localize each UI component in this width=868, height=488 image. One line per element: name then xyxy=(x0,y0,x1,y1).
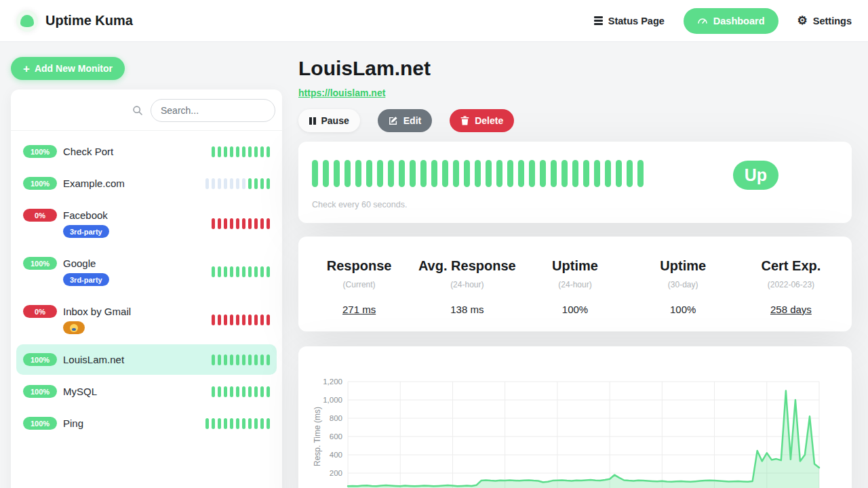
monitor-url-link[interactable]: https://louislam.net xyxy=(298,87,385,98)
beat-up[interactable] xyxy=(594,160,600,187)
beat-up[interactable] xyxy=(442,160,448,187)
stat-value-text[interactable]: 258 days xyxy=(770,304,812,315)
beat-up xyxy=(218,354,221,365)
beat-up xyxy=(248,418,252,429)
beat-up[interactable] xyxy=(377,160,383,187)
beat-up[interactable] xyxy=(334,160,340,187)
beat-up xyxy=(236,266,239,277)
check-interval-text: Check every 60 seconds. xyxy=(312,200,838,209)
beat-up xyxy=(242,266,245,277)
chart-ytick-label: 1,200 xyxy=(323,378,342,386)
beat-up[interactable] xyxy=(312,160,318,187)
beat-up[interactable] xyxy=(420,160,427,187)
beat-up xyxy=(224,386,227,397)
beat-up[interactable] xyxy=(529,160,535,187)
beat-up xyxy=(242,386,245,397)
beat-down xyxy=(224,218,227,229)
heartbeat-card: Up Check every 60 seconds. xyxy=(298,142,852,223)
beat-up[interactable] xyxy=(496,160,502,187)
beat-up xyxy=(236,418,239,429)
beat-up[interactable] xyxy=(323,160,329,187)
monitor-row[interactable]: 100%Example.com xyxy=(16,168,277,199)
beat-up xyxy=(267,418,270,429)
stat-value: 100% xyxy=(521,304,629,315)
heartbeat-bar[interactable] xyxy=(312,160,644,187)
delete-button[interactable]: Delete xyxy=(450,109,514,132)
beat-up xyxy=(224,354,227,365)
beat-up[interactable] xyxy=(475,160,481,187)
pause-button[interactable]: Pause xyxy=(298,109,360,132)
brand[interactable]: Uptime Kuma xyxy=(16,10,133,32)
stat-title: Cert Exp. xyxy=(737,258,845,274)
beat-up[interactable] xyxy=(583,160,589,187)
beat-down xyxy=(218,314,221,325)
beat-up[interactable] xyxy=(507,160,513,187)
beat-up[interactable] xyxy=(464,160,470,187)
beat-up xyxy=(254,266,258,277)
beat-up[interactable] xyxy=(344,160,351,187)
beat-up[interactable] xyxy=(410,160,416,187)
beat-down xyxy=(230,218,233,229)
monitor-row[interactable]: 0%Facebook3rd-party xyxy=(16,200,277,247)
stat-value-text[interactable]: 271 ms xyxy=(342,304,376,315)
add-new-monitor-button[interactable]: + Add New Monitor xyxy=(11,57,125,80)
beat-up xyxy=(236,386,239,397)
uptime-badge: 100% xyxy=(23,353,57,366)
beat-up[interactable] xyxy=(453,160,459,187)
monitor-row[interactable]: 100%Google3rd-party xyxy=(16,248,277,295)
beat-up xyxy=(260,146,264,157)
beat-up[interactable] xyxy=(486,160,492,187)
monitor-name: MySQL xyxy=(63,386,97,397)
heartbeat-mini xyxy=(205,178,270,189)
beat-up[interactable] xyxy=(616,160,622,187)
dashboard-link[interactable]: Dashboard xyxy=(684,8,778,34)
stat-value-text: 100% xyxy=(562,304,588,315)
monitor-tags: 3rd-party xyxy=(63,225,109,238)
beat-up xyxy=(224,146,227,157)
chart-ytick-label: 600 xyxy=(330,432,342,441)
monitor-row[interactable]: 100%Ping xyxy=(16,408,277,439)
monitor-row[interactable]: 100%Check Port xyxy=(16,136,277,167)
beat-up xyxy=(254,146,258,157)
response-time-chart[interactable]: 1,2001,0008006004002000Resp. Time (ms) xyxy=(311,354,840,488)
status-page-link[interactable]: Status Page xyxy=(594,15,665,27)
beat-up xyxy=(267,354,270,365)
monitor-row[interactable]: 100%MySQL xyxy=(16,376,277,407)
beat-up[interactable] xyxy=(366,160,372,187)
stat-title: Response xyxy=(305,258,413,274)
beat-up[interactable] xyxy=(431,160,437,187)
beat-up xyxy=(212,266,215,277)
settings-label: Settings xyxy=(813,16,852,26)
monitor-name-line: 100%Example.com xyxy=(23,177,125,190)
beat-up[interactable] xyxy=(572,160,578,187)
beat-up[interactable] xyxy=(540,160,546,187)
monitor-name: Facebook xyxy=(63,209,108,221)
beat-up xyxy=(236,146,239,157)
stat-value-text: 138 ms xyxy=(450,304,484,315)
beat-up[interactable] xyxy=(637,160,644,187)
beat-up[interactable] xyxy=(627,160,633,187)
beat-down xyxy=(212,218,215,229)
beat-up xyxy=(248,386,252,397)
monitor-row[interactable]: 0%Inbox by Gmail xyxy=(16,296,277,343)
beat-up[interactable] xyxy=(399,160,405,187)
search-input[interactable] xyxy=(151,99,275,122)
status-page-label: Status Page xyxy=(608,16,665,26)
beat-up[interactable] xyxy=(518,160,524,187)
monitor-tag: 3rd-party xyxy=(63,225,109,238)
stat-subtitle: (Current) xyxy=(305,280,413,289)
beat-up xyxy=(260,386,264,397)
beat-up[interactable] xyxy=(355,160,361,187)
monitor-row[interactable]: 100%LouisLam.net xyxy=(16,344,277,375)
beat-up[interactable] xyxy=(605,160,611,187)
beat-up xyxy=(267,146,270,157)
beat-up[interactable] xyxy=(551,160,557,187)
edit-button[interactable]: Edit xyxy=(378,109,432,132)
beat-up[interactable] xyxy=(561,160,568,187)
monitor-info: 100%MySQL xyxy=(23,385,97,398)
chart-ytick-label: 200 xyxy=(330,469,342,477)
delete-label: Delete xyxy=(475,115,503,126)
settings-link[interactable]: ⚙ Settings xyxy=(797,15,852,26)
beat-up[interactable] xyxy=(388,160,394,187)
status-badge: Up xyxy=(733,161,778,190)
